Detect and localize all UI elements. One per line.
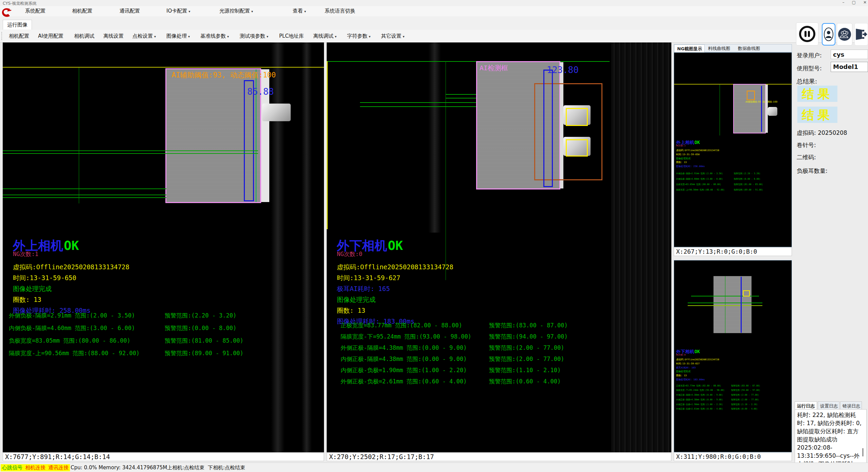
tool-plc-address-lib[interactable]: PLC地址库 <box>279 33 304 39</box>
chevron-down-icon: ▾ <box>403 35 404 38</box>
view-tab-strip: 运行图像 <box>0 16 868 30</box>
tab-data-curve[interactable]: 数据曲线图 <box>735 44 764 52</box>
measurement-row: 内侧负极-隔膜=4.60mm 范围:(3.00 - 6.00)预警范围:(0.0… <box>9 324 236 332</box>
window-title: CYS-视觉检测系统 <box>3 1 36 6</box>
measurement-row: 外侧负极-隔膜=2.91mm 范围:(2.00 - 3.50)预警范围:(2.2… <box>9 312 236 320</box>
menu-camera-config[interactable]: 相机配置 <box>72 8 92 14</box>
tool-spot-check-setting[interactable]: 点检设置▾ <box>132 33 156 39</box>
green-measure-line <box>3 188 166 189</box>
mini-status-block: 外上相机OK NG次数:1 虚拟码:Offline202502081331347… <box>676 140 792 191</box>
camera-right-coord-bar: X:270;Y:2502;R:17;G:17;B:17 <box>327 452 671 461</box>
orange-detect-box <box>747 91 755 100</box>
chevron-down-icon: ▾ <box>369 35 370 38</box>
chevron-down-icon: ▾ <box>251 10 253 13</box>
measurement-row: 隔膜宽度-下=95.24mm 范围:(93.00 - 98.00)预警范围:(9… <box>341 333 568 341</box>
measure-value-overlay: 85.88 <box>247 87 274 97</box>
roll-needle-label: 卷针号: <box>797 141 816 149</box>
tool-offline-setting[interactable]: 离线设置 <box>103 33 124 39</box>
total-result-label: 总结果: <box>797 77 817 86</box>
tool-camera-debug[interactable]: 相机调试 <box>74 33 94 39</box>
green-measure-line <box>3 150 258 151</box>
exit-button[interactable] <box>854 23 868 46</box>
menu-view[interactable]: 查看▾ <box>293 8 306 14</box>
yellow-tab-box <box>566 108 588 126</box>
app-window: CYS-视觉检测系统 – ▢ ✕ 系统配置 相机配置 通讯配置 IO卡配置▾ 光… <box>0 0 868 472</box>
tab-material-curve[interactable]: 料线曲线图 <box>705 44 735 52</box>
yellow-baseline <box>3 67 324 68</box>
tab-run-log[interactable]: 运行日志 <box>795 401 817 410</box>
lower-camera-check-status: 下相机:点检结束 <box>208 465 245 471</box>
loop-count-line: 圈数: 13 <box>337 305 453 316</box>
tool-image-process[interactable]: 图像处理▾ <box>166 33 190 39</box>
ai-frame-label: AI检测框 <box>480 63 508 73</box>
green-guide-line <box>79 68 79 203</box>
chevron-down-icon: ▾ <box>188 10 190 13</box>
green-baseline <box>328 61 610 62</box>
menu-language-switch[interactable]: 系统语言切换 <box>325 8 355 14</box>
tool-offline-debug[interactable]: 离线调试▾ <box>313 33 337 39</box>
image-band <box>429 42 441 233</box>
virtual-code-line: 虚拟码:Offline20250208133134728 <box>13 261 129 272</box>
green-guide-line <box>725 276 725 333</box>
result-box-upper: 结果 <box>797 86 837 102</box>
current-user-button[interactable] <box>822 23 835 46</box>
measurement-row: 内侧正极-隔膜=4.38mm 范围:(0.00 - 9.00)预警范围:(2.0… <box>341 355 564 363</box>
tool-other-settings[interactable]: 其它设置▾ <box>381 33 404 39</box>
green-measure-line <box>688 303 762 303</box>
menu-comm-config[interactable]: 通讯配置 <box>120 8 140 14</box>
pause-icon <box>798 25 816 43</box>
camera-left-viewport[interactable]: AI辅助阈值:93, 动态阈值:100 85.88 外上相机OK NG次数:1 … <box>3 42 324 452</box>
mini-image-region <box>713 276 752 333</box>
measurement-row: 内侧正极-负极=1.90mm 范围:(1.00 - 2.20)预警范围:(1.1… <box>341 366 561 374</box>
user-manage-button[interactable] <box>837 23 852 46</box>
loop-count-line: 圈数: 13 <box>13 294 129 305</box>
yellow-baseline <box>674 84 792 85</box>
menu-io-card-config[interactable]: IO卡配置▾ <box>166 8 190 14</box>
chevron-down-icon: ▾ <box>335 35 337 38</box>
user-icon <box>824 27 834 41</box>
tool-test-item-params[interactable]: 测试项参数▾ <box>240 33 268 39</box>
menu-light-control-config[interactable]: 光源控制配置▾ <box>219 8 253 14</box>
yellow-tab-box <box>566 139 588 157</box>
measurement-row: 外侧正极-负极=2.61mm 范围:(0.60 - 4.00)预警范围:(0.6… <box>341 378 561 385</box>
measurement-row: 负极宽度=83.05mm 范围:(80.00 - 86.00)预警范围:(81.… <box>9 337 243 345</box>
image-band <box>302 42 312 452</box>
blue-measure-box <box>244 80 254 201</box>
chevron-down-icon: ▾ <box>267 35 268 38</box>
neg-tab-count-label: 负极耳数量: <box>797 167 828 175</box>
menu-system-config[interactable]: 系统配置 <box>25 8 46 14</box>
camera-left-status-block: 外上相机OK NG次数:1 虚拟码:Offline202502081331347… <box>13 239 129 316</box>
maximize-icon[interactable]: ▢ <box>852 0 856 6</box>
tab-metal-blob <box>262 104 291 121</box>
preview-lower-coord-bar: X:311;Y:980;R:0;G:0;B:0 <box>674 452 792 461</box>
camera-result: OK <box>388 238 403 253</box>
tab-run-image[interactable]: 运行图像 <box>3 20 32 30</box>
measurement-row: 隔膜宽度-上=90.56mm 范围:(88.00 - 92.00)预警范围:(8… <box>9 349 243 357</box>
minimize-icon[interactable]: – <box>843 0 845 6</box>
preview-panel-lower[interactable]: 外下相机OK NG次数:0 虚拟码:Offline202502081331347… <box>674 260 792 452</box>
mini-status-block: 外下相机OK NG次数:0 虚拟码:Offline202502081331347… <box>676 349 792 410</box>
yellow-tab-box <box>743 290 750 296</box>
green-measure-line <box>688 305 762 306</box>
green-measure-line <box>446 94 476 95</box>
camera-left-coord-bar: X:7677;Y:891;R:14;G:14;B:14 <box>3 452 324 461</box>
tab-error-log[interactable]: 错误日志 <box>840 401 862 410</box>
tool-camera-config[interactable]: 相机配置 <box>9 33 29 39</box>
pause-button[interactable] <box>796 22 818 46</box>
tab-metal-blob <box>768 107 777 116</box>
tool-char-params[interactable]: 字符参数▾ <box>347 33 370 39</box>
green-measure-line <box>3 195 166 195</box>
tab-ng-screenshot[interactable]: NG截图显示 <box>674 44 705 52</box>
blue-measure-line <box>741 277 742 333</box>
tab-setting-log[interactable]: 设置日志 <box>818 401 839 410</box>
measurement-row: 正极宽度=83.77mm 范围:(82.00 - 88.00)预警范围:(83.… <box>341 322 568 329</box>
preview-panel-upper[interactable]: AI辅助阈值:93, 动态阈值:100 外上相机OK NG次数:1 虚拟码:Of… <box>674 52 792 247</box>
login-user-label: 登录用户: <box>797 52 822 59</box>
tool-ai-use-config[interactable]: AI使用配置 <box>38 33 64 39</box>
close-icon[interactable]: ✕ <box>863 0 867 6</box>
green-measure-line <box>446 98 476 98</box>
model-field[interactable]: Model1 <box>831 62 868 72</box>
tool-baseline-params[interactable]: 基准线参数▾ <box>200 33 229 39</box>
login-user-field[interactable]: cys <box>831 50 868 59</box>
camera-right-viewport[interactable]: AI检测框 123.80 外下相机OK NG次数:0 虚拟码:Offline20… <box>327 42 671 452</box>
